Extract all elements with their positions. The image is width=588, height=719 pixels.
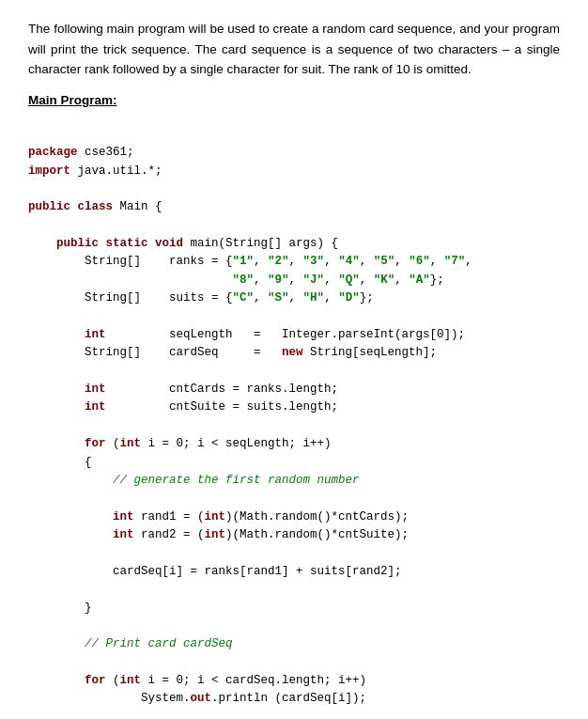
main-program-label: Main Program: [28, 93, 560, 107]
code-block: package cse361; import java.util.*; publ… [28, 126, 560, 719]
description-text: The following main program will be used … [28, 19, 560, 80]
